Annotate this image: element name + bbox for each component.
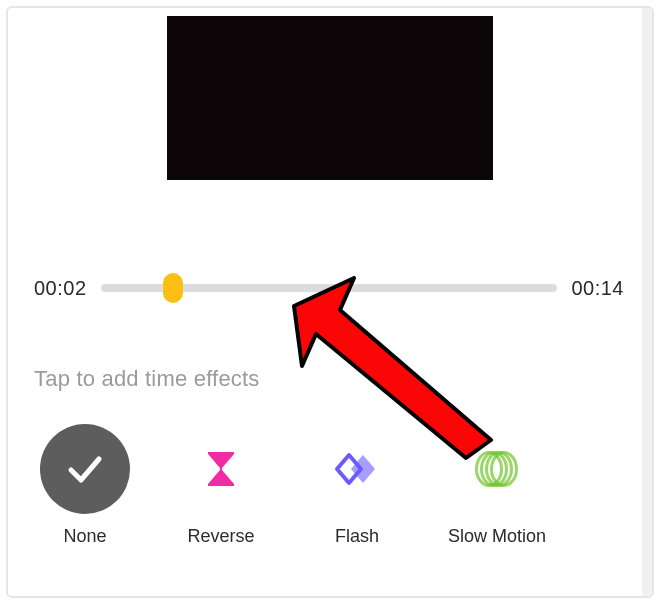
effect-none-circle (40, 424, 130, 514)
timeline-current-time: 00:02 (34, 277, 87, 300)
effect-flash[interactable]: Flash (312, 424, 402, 547)
effect-slow-motion[interactable]: Slow Motion (448, 424, 546, 547)
checkmark-icon (63, 447, 107, 491)
effect-reverse-label: Reverse (187, 526, 254, 547)
timeline-track[interactable] (101, 284, 558, 292)
timeline-total-time: 00:14 (571, 277, 624, 300)
hint-text: Tap to add time effects (34, 366, 260, 392)
effect-reverse-circle (176, 424, 266, 514)
effect-none[interactable]: None (40, 424, 130, 547)
effect-none-label: None (63, 526, 106, 547)
timeline-handle[interactable] (163, 273, 183, 303)
diamonds-icon (333, 449, 381, 489)
effect-flash-circle (312, 424, 402, 514)
effects-row: None Reverse Flash (40, 424, 546, 547)
scrollbar-edge (642, 8, 652, 596)
timeline: 00:02 00:14 (34, 270, 624, 306)
effect-slow-motion-label: Slow Motion (448, 526, 546, 547)
effects-panel: 00:02 00:14 Tap to add time effects None… (6, 6, 654, 598)
effect-reverse[interactable]: Reverse (176, 424, 266, 547)
effect-slow-motion-circle (452, 424, 542, 514)
video-preview[interactable] (167, 16, 493, 180)
effect-flash-label: Flash (335, 526, 379, 547)
slow-motion-icon (475, 451, 519, 487)
hourglass-icon (203, 449, 239, 489)
